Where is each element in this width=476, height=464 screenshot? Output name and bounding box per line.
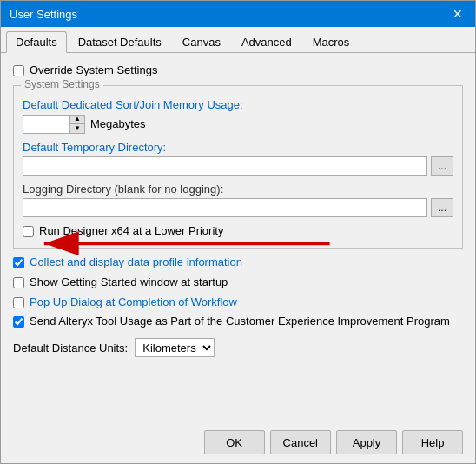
memory-label: Default Dedicated Sort/Join Memory Usage… [23,98,453,111]
option-row-3: Send Alteryx Tool Usage as Part of the C… [13,315,463,329]
run-designer-row: Run Designer x64 at a Lower Priority [23,224,453,239]
override-system-row: Override System Settings [13,63,463,78]
dialog: User Settings ✕ Defaults Dataset Default… [0,0,476,464]
dialog-title: User Settings [10,8,77,21]
option-checkbox-2[interactable] [13,297,24,308]
temp-dir-row: C:\ProgramData\Alteryx\Engine ... [23,156,453,176]
ok-button[interactable]: OK [204,430,265,454]
option-label-3: Send Alteryx Tool Usage as Part of the C… [30,315,450,329]
tab-bar: Defaults Dataset Defaults Canvas Advance… [1,27,475,53]
option-checkbox-3[interactable] [13,316,24,328]
log-dir-row: C:\ProgramData\Alteryx\Logs ... [23,198,453,217]
content-area: Override System Settings System Settings… [1,53,475,421]
distance-units-label: Default Distance Units: [13,341,128,355]
group-box-title: System Settings [21,78,103,90]
option-checkbox-0[interactable] [13,257,24,268]
temp-dir-label: Default Temporary Directory: [23,141,453,154]
spin-up-button[interactable]: ▲ [70,116,84,124]
log-dir-input[interactable]: C:\ProgramData\Alteryx\Logs [23,198,427,217]
memory-input[interactable]: 4052 [23,115,70,134]
help-button[interactable]: Help [402,430,463,454]
spin-down-button[interactable]: ▼ [70,124,84,133]
option-row-0: Collect and display data profile informa… [13,255,463,270]
temp-dir-input[interactable]: C:\ProgramData\Alteryx\Engine [23,156,427,176]
distance-units-row: Default Distance Units: Kilometers Miles [13,338,463,357]
log-dir-label: Logging Directory (blank for no logging)… [23,182,453,196]
memory-row: 4052 ▲ ▼ Megabytes [23,115,453,134]
option-row-1: Show Getting Started window at startup [13,275,463,290]
option-label-1: Show Getting Started window at startup [30,275,228,290]
override-label: Override System Settings [30,63,157,78]
temp-dir-browse-button[interactable]: ... [431,156,453,176]
distance-units-select[interactable]: Kilometers Miles [135,338,215,357]
log-dir-browse-button[interactable]: ... [431,198,453,217]
apply-button[interactable]: Apply [336,430,397,454]
tab-advanced[interactable]: Advanced [232,31,301,53]
main-area: Override System Settings System Settings… [1,53,475,421]
option-label-0: Collect and display data profile informa… [30,255,242,270]
tab-canvas[interactable]: Canvas [173,31,230,53]
run-designer-label: Run Designer x64 at a Lower Priority [39,224,223,239]
title-bar: User Settings ✕ [1,1,475,27]
run-designer-checkbox[interactable] [23,226,34,237]
option-row-2: Pop Up Dialog at Completion of Workflow [13,295,463,310]
close-button[interactable]: ✕ [449,5,466,23]
memory-spinbox: 4052 ▲ ▼ [23,115,85,134]
button-bar: OK Cancel Apply Help [1,421,475,463]
tab-macros[interactable]: Macros [303,31,360,53]
option-label-2: Pop Up Dialog at Completion of Workflow [30,295,237,310]
memory-unit-label: Megabytes [90,117,146,130]
tab-defaults[interactable]: Defaults [6,31,67,53]
override-checkbox[interactable] [13,65,24,76]
spinbox-arrows: ▲ ▼ [70,115,85,134]
tab-dataset-defaults[interactable]: Dataset Defaults [69,31,171,53]
cancel-button[interactable]: Cancel [270,430,331,454]
option-checkbox-1[interactable] [13,277,24,288]
system-settings-group: System Settings Default Dedicated Sort/J… [13,85,463,249]
